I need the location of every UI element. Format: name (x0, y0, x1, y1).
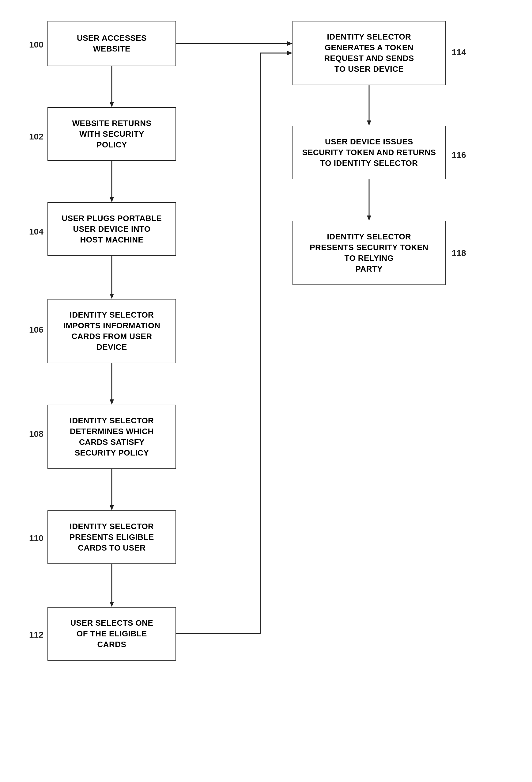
lbl114: 114 (452, 47, 466, 57)
lbl118: 118 (452, 248, 466, 258)
lbl108: 108 (29, 429, 43, 439)
lbl106: 106 (29, 325, 43, 335)
lbl112: 112 (29, 630, 43, 640)
lbl104: 104 (29, 227, 43, 237)
svg-marker-19 (287, 51, 293, 55)
svg-marker-15 (367, 215, 371, 221)
svg-marker-3 (110, 197, 114, 202)
box118: IDENTITY SELECTORPRESENTS SECURITY TOKEN… (293, 221, 446, 285)
box104: USER PLUGS PORTABLEUSER DEVICE INTOHOST … (47, 202, 176, 256)
box102: WEBSITE RETURNSWITH SECURITYPOLICY (47, 107, 176, 161)
svg-marker-11 (110, 602, 114, 607)
box112: USER SELECTS ONEOF THE ELIGIBLECARDS (47, 607, 176, 661)
box108: IDENTITY SELECTORDETERMINES WHICHCARDS S… (47, 405, 176, 469)
lbl100: 100 (29, 40, 43, 50)
box106: IDENTITY SELECTORIMPORTS INFORMATIONCARD… (47, 299, 176, 363)
box100: USER ACCESSESWEBSITE (47, 21, 176, 66)
svg-marker-21 (287, 41, 293, 46)
box116: USER DEVICE ISSUESSECURITY TOKEN AND RET… (293, 126, 446, 179)
lbl116: 116 (452, 150, 466, 160)
diagram-container: USER ACCESSESWEBSITEWEBSITE RETURNSWITH … (0, 0, 532, 782)
box114: IDENTITY SELECTORGENERATES A TOKENREQUES… (293, 21, 446, 85)
svg-marker-7 (110, 399, 114, 405)
svg-marker-1 (110, 102, 114, 107)
svg-marker-13 (367, 120, 371, 126)
lbl102: 102 (29, 132, 43, 142)
svg-marker-9 (110, 505, 114, 510)
box110: IDENTITY SELECTORPRESENTS ELIGIBLECARDS … (47, 510, 176, 564)
lbl110: 110 (29, 533, 43, 543)
svg-marker-5 (110, 294, 114, 299)
